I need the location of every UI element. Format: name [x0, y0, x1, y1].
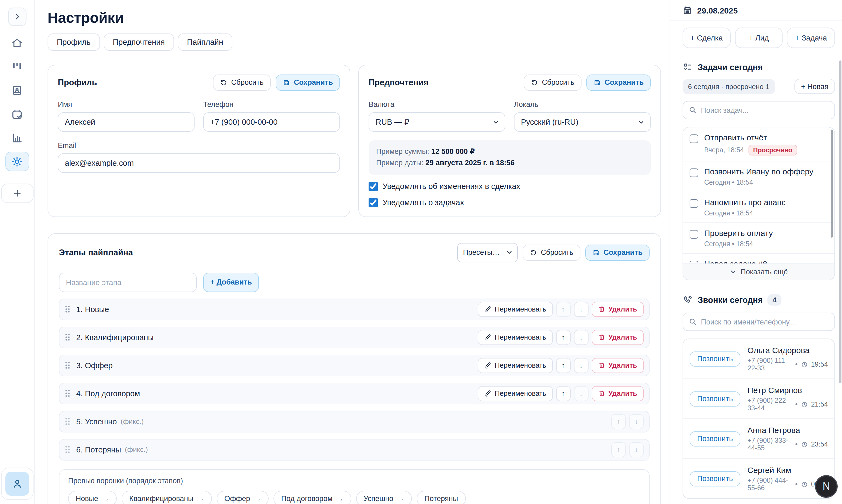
funnel-chip: Потеряны — [417, 491, 466, 504]
preferences-reset-button[interactable]: Сбросить — [523, 74, 581, 91]
profile-reset-button[interactable]: Сбросить — [213, 74, 271, 91]
drag-handle-icon[interactable] — [64, 334, 71, 341]
move-stage-down-button[interactable]: ↓ — [574, 302, 588, 317]
tab-profile[interactable]: Профиль — [48, 34, 100, 51]
task-row[interactable]: Напомнить про аванс Сегодня • 18:54 — [683, 192, 835, 223]
move-stage-up-button[interactable]: ↑ — [611, 442, 626, 457]
move-stage-up-button[interactable]: ↑ — [556, 330, 570, 345]
rename-stage-button[interactable]: Переименовать — [478, 386, 553, 401]
delete-stage-label: Удалить — [608, 334, 637, 341]
task-row[interactable]: Новая задача #8 Сегодня • 18:54 — [683, 254, 835, 264]
preferences-save-button[interactable]: Сохранить — [586, 74, 651, 91]
pipeline-reset-button[interactable]: Сбросить — [522, 245, 580, 261]
delete-stage-button[interactable]: Удалить — [591, 358, 644, 373]
delete-stage-button[interactable]: Удалить — [591, 386, 644, 401]
add-deal-button[interactable]: + Сделка — [683, 28, 731, 48]
move-stage-up-button[interactable]: ↑ — [556, 386, 570, 401]
add-task-button[interactable]: + Задача — [787, 28, 835, 48]
add-lead-button[interactable]: + Лид — [735, 28, 783, 48]
locale-select[interactable]: Русский (ru-RU) — [514, 112, 651, 132]
task-checkbox[interactable] — [690, 168, 698, 177]
funnel-chip: Оффер→ — [217, 491, 269, 504]
tab-pipeline[interactable]: Пайплайн — [178, 34, 233, 51]
move-stage-down-button[interactable]: ↓ — [629, 414, 644, 429]
call-button[interactable]: Позвонить — [690, 391, 740, 406]
delete-stage-button[interactable]: Удалить — [591, 330, 644, 345]
move-stage-up-button[interactable]: ↑ — [556, 302, 570, 317]
call-button[interactable]: Позвонить — [690, 471, 740, 486]
move-stage-down-button[interactable]: ↓ — [574, 358, 588, 373]
phone-field[interactable] — [203, 112, 340, 132]
notify-deals-checkbox[interactable] — [368, 182, 378, 191]
stage-name-input[interactable] — [59, 273, 197, 292]
task-checkbox[interactable] — [690, 230, 698, 239]
move-stage-up-button[interactable]: ↑ — [556, 358, 570, 373]
stage-label: 6. Потеряны — [76, 446, 121, 454]
sidebar-item-calendar[interactable] — [0, 102, 34, 126]
call-button[interactable]: Позвонить — [690, 431, 740, 446]
call-button[interactable]: Позвонить — [690, 351, 740, 366]
fab-n-button[interactable]: N — [815, 475, 838, 498]
current-date: 29.08.2025 — [697, 6, 738, 15]
tasks-scrollbar[interactable] — [831, 130, 833, 237]
rename-stage-button[interactable]: Переименовать — [478, 302, 553, 317]
task-row[interactable]: Отправить отчёт Вчера, 18:54 Просрочено — [683, 127, 835, 161]
presets-select[interactable]: Пресеты… — [457, 243, 517, 263]
show-more-button[interactable]: Показать ещё — [683, 264, 835, 280]
drag-handle-icon[interactable] — [64, 361, 71, 370]
rename-stage-button[interactable]: Переименовать — [478, 358, 553, 373]
rename-stage-button[interactable]: Переименовать — [478, 330, 553, 345]
sidebar-item-settings[interactable] — [0, 149, 34, 173]
left-sidebar — [0, 0, 35, 504]
sidebar-item-home[interactable] — [0, 31, 34, 55]
move-stage-up-button[interactable]: ↑ — [611, 414, 626, 429]
stage-fixed-note: (фикс.) — [125, 446, 148, 454]
rename-stage-label: Переименовать — [495, 334, 546, 341]
task-search-input[interactable] — [683, 101, 835, 119]
delete-stage-button[interactable]: Удалить — [591, 302, 644, 317]
new-task-button[interactable]: + Новая — [795, 79, 835, 94]
rename-stage-label: Переименовать — [495, 390, 546, 398]
task-meta: Сегодня • 18:54 — [704, 210, 753, 217]
drag-handle-icon[interactable] — [64, 305, 71, 313]
task-checkbox[interactable] — [690, 134, 698, 143]
currency-select[interactable]: RUB — ₽ — [368, 112, 505, 132]
sidebar-profile-button[interactable] — [1, 468, 33, 500]
task-meta: Сегодня • 18:54 — [704, 240, 753, 248]
tab-preferences[interactable]: Предпочтения — [103, 34, 174, 51]
notify-tasks-checkbox[interactable] — [368, 198, 378, 207]
funnel-chip: Под договором→ — [274, 491, 351, 504]
task-row[interactable]: Проверить оплату Сегодня • 18:54 — [683, 223, 835, 254]
sidebar-add-button[interactable] — [1, 184, 33, 203]
call-contact-name: Анна Петрова — [748, 426, 828, 435]
task-checkbox[interactable] — [690, 199, 698, 208]
currency-label: Валюта — [368, 101, 505, 109]
drag-handle-icon[interactable] — [64, 390, 71, 398]
add-stage-button[interactable]: + Добавить — [203, 273, 259, 292]
task-row[interactable]: Позвонить Ивану по офферу Сегодня • 18:5… — [683, 161, 835, 192]
bullet-separator: • — [795, 481, 798, 488]
stage-row: 4. Под договором Переименовать ↑ ↓ Удали… — [59, 383, 650, 404]
move-stage-down-button[interactable]: ↓ — [574, 386, 588, 401]
kanban-icon — [11, 60, 23, 73]
profile-save-button[interactable]: Сохранить — [275, 74, 340, 91]
reset-icon — [530, 79, 538, 86]
sidebar-collapse-button[interactable] — [8, 7, 26, 26]
move-stage-down-button[interactable]: ↓ — [574, 330, 588, 345]
stage-row: 3. Оффер Переименовать ↑ ↓ Удалить — [59, 355, 650, 376]
stage-row: 2. Квалифицированы Переименовать ↑ ↓ Уда… — [59, 327, 650, 348]
drag-handle-icon — [64, 418, 71, 426]
window-scrollbar[interactable] — [839, 60, 841, 383]
sidebar-item-reports[interactable] — [0, 126, 34, 149]
pipeline-save-button[interactable]: Сохранить — [585, 245, 650, 261]
move-stage-down-button[interactable]: ↓ — [629, 442, 644, 457]
sidebar-item-pipeline[interactable] — [0, 55, 34, 78]
trash-icon — [598, 334, 605, 341]
task-checkbox[interactable] — [690, 261, 698, 264]
task-title: Новая задача #8 — [704, 259, 767, 264]
name-field[interactable] — [58, 112, 194, 132]
sidebar-item-contacts[interactable] — [0, 78, 34, 102]
email-field[interactable] — [58, 153, 340, 173]
call-search-input[interactable] — [683, 312, 835, 331]
funnel-chip: Новые→ — [68, 491, 117, 504]
